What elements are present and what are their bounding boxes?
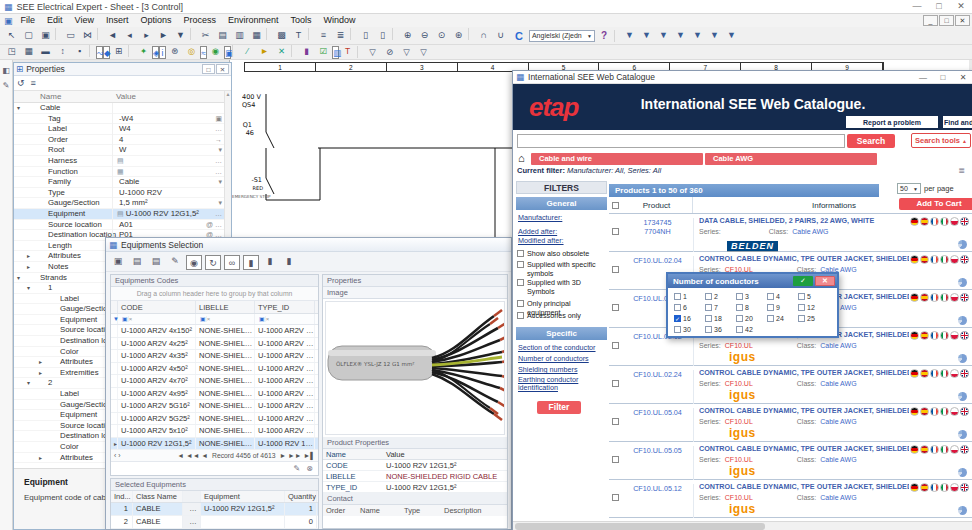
product-code-link[interactable]: CF10.UL.05.04 xyxy=(622,408,694,442)
flag-fr-icon[interactable] xyxy=(930,369,939,378)
option-checkbox[interactable] xyxy=(767,315,774,322)
note-icon[interactable]: ▣ xyxy=(224,46,231,59)
block-icon[interactable]: ⊞ xyxy=(110,45,127,58)
close-button[interactable]: ✕ xyxy=(950,0,972,13)
panel-teal-icon[interactable]: ▮ xyxy=(281,254,297,269)
slash-icon[interactable]: ⁄ xyxy=(239,45,256,58)
property-row[interactable]: Source location A01 @ … xyxy=(14,220,224,231)
list-icon[interactable]: ≡ xyxy=(31,78,36,88)
flag-uk-icon[interactable] xyxy=(960,407,969,416)
row-checkbox[interactable] xyxy=(612,228,619,235)
product-description-link[interactable]: DATA CABLE, SHIELDED, 2 PAIRS, 22 AWG, W… xyxy=(699,216,909,225)
cart-icon[interactable]: ≣ xyxy=(958,166,965,175)
conductor-option[interactable]: 18 xyxy=(705,313,736,324)
search-button[interactable]: Search xyxy=(847,134,895,148)
search-input[interactable] xyxy=(517,134,845,148)
property-action[interactable]: @ … xyxy=(206,220,222,231)
section-conductor-link[interactable]: Section of the conductor xyxy=(518,343,596,352)
earthing-conductor-link[interactable]: Earthing conductor identification xyxy=(518,376,606,392)
flag-it-icon[interactable] xyxy=(940,217,949,226)
code-row[interactable]: U-1000 AR2V 4x95² NONE-SHIELDED RIGID CA… xyxy=(111,388,318,401)
panel-maximize-button[interactable]: □ xyxy=(202,64,215,74)
option-checkbox[interactable] xyxy=(674,326,681,333)
property-action[interactable]: … xyxy=(215,209,222,220)
property-action[interactable]: ▾ xyxy=(218,145,222,156)
location-icon[interactable]: ◎ xyxy=(183,45,200,58)
separator[interactable] xyxy=(128,45,134,57)
filter-funnel-icon[interactable]: ▼ xyxy=(672,28,689,43)
new-sheet-icon[interactable]: ▢ xyxy=(20,28,37,43)
lock-icon[interactable]: ∩ xyxy=(475,28,492,43)
menu-item[interactable]: Process xyxy=(177,15,222,25)
flag-fr-icon[interactable] xyxy=(930,483,939,492)
cross-icon[interactable]: ✕ xyxy=(273,45,290,58)
pie-chart-icon[interactable] xyxy=(958,392,967,401)
expander-icon[interactable]: ▾ xyxy=(27,283,30,294)
separator[interactable] xyxy=(392,28,398,40)
conductor-option[interactable]: 1 xyxy=(674,291,705,302)
shielding-numbers-link[interactable]: Shielding numbers xyxy=(518,365,578,374)
cabinet-icon[interactable]: ▮ xyxy=(298,45,315,58)
property-row[interactable]: Harness ▤ … xyxy=(14,156,224,167)
first-sheet-icon[interactable]: ◄ xyxy=(104,28,121,43)
conductor-option[interactable]: 20 xyxy=(736,313,767,324)
code-row[interactable]: U-1000 AR2V 4x35² NONE-SHIELDED RIGID CA… xyxy=(111,350,318,363)
separator[interactable] xyxy=(232,45,238,57)
breadcrumb-cable-awg[interactable]: Cable AWG xyxy=(705,153,877,165)
copy-sheet-icon[interactable]: ▩ xyxy=(273,28,290,43)
class-value-link[interactable]: Cable AWG xyxy=(820,342,856,349)
maximize-button[interactable]: □ xyxy=(933,73,953,82)
selected-equipment-row[interactable]: 1 CABLE … U-1000 R2V 12G1,5² 1 xyxy=(111,503,318,516)
shield-icon[interactable]: ▽ xyxy=(398,46,415,59)
conductor-option[interactable]: 5 xyxy=(798,291,829,302)
shield-icon[interactable]: ⊘ xyxy=(381,46,398,59)
copy-icon[interactable]: ▤ xyxy=(214,28,231,43)
property-row[interactable]: Gauge/Section 1,5 mm² ▾ xyxy=(14,198,224,209)
flag-fr-icon[interactable] xyxy=(930,407,939,416)
horizontal-scrollbar[interactable] xyxy=(513,521,972,530)
flag-es-icon[interactable] xyxy=(920,331,929,340)
property-action[interactable]: → xyxy=(215,135,222,146)
code-row[interactable]: U-1000 AR2V 5x10² NONE-SHIELDED RIGID CA… xyxy=(111,425,318,438)
row-checkbox[interactable] xyxy=(612,342,619,349)
flag-it-icon[interactable] xyxy=(940,331,949,340)
separator[interactable] xyxy=(308,28,314,40)
product-row[interactable]: CF10.UL.05.05 CONTROL CABLE DYNAMIC, TPE… xyxy=(609,442,972,480)
option-checkbox[interactable] xyxy=(767,293,774,300)
option-checkbox[interactable] xyxy=(767,304,774,311)
next-sheet-icon[interactable]: ▸ xyxy=(138,28,155,43)
product-code-link[interactable]: CF10.UL.02.24 xyxy=(622,370,694,404)
property-row[interactable]: ▾ Cable xyxy=(14,103,224,114)
info-icon[interactable]: i xyxy=(159,46,166,59)
menu-item[interactable]: Environment xyxy=(222,15,285,25)
product-code-link[interactable]: CF10.UL.05.05 xyxy=(622,446,694,480)
flag-it-icon[interactable] xyxy=(940,407,949,416)
flag-es-icon[interactable] xyxy=(920,407,929,416)
select-icon[interactable]: ↖ xyxy=(3,28,20,43)
flag-it-icon[interactable] xyxy=(940,369,949,378)
product-description-link[interactable]: CONTROL CABLE DYNAMIC, TPE OUTER JACKET,… xyxy=(699,444,909,453)
wire-icon[interactable]: ≈ xyxy=(200,46,207,59)
property-action[interactable]: ▾ xyxy=(218,177,222,188)
flag-uk-icon[interactable] xyxy=(960,217,969,226)
conductor-option[interactable]: 9 xyxy=(767,302,798,313)
conductor-option[interactable]: 36 xyxy=(705,324,736,335)
codes-filter-row[interactable]: ▼▣×▣×▣× xyxy=(111,314,318,325)
flag-es-icon[interactable] xyxy=(920,445,929,454)
option-checkbox[interactable] xyxy=(705,304,712,311)
product-code-link[interactable]: CF10.UL.05.12 xyxy=(622,484,694,518)
series-value-link[interactable]: CF10.UL xyxy=(725,456,753,463)
close-button[interactable]: ✕ xyxy=(953,73,972,82)
property-action[interactable]: … xyxy=(215,167,222,178)
conductor-option[interactable]: 24 xyxy=(767,313,798,324)
option-checkbox[interactable] xyxy=(705,326,712,333)
series-value-link[interactable]: CF10.UL xyxy=(725,494,753,501)
clipboard-icon[interactable]: ▯ xyxy=(357,28,374,43)
conductor-option[interactable]: 8 xyxy=(736,302,767,313)
option-checkbox[interactable] xyxy=(736,326,743,333)
insert-symbol-icon[interactable]: ✦ xyxy=(135,45,152,58)
search-tools-button[interactable]: Search tools ▲ xyxy=(911,133,971,148)
pie-chart-icon[interactable] xyxy=(958,316,967,325)
refresh-icon[interactable]: ↻ xyxy=(205,255,221,270)
record-pager[interactable]: ‹ › ◄ ◄◄ ◄ Record 4456 of 4613 ► ►► ►▌ xyxy=(111,450,318,462)
